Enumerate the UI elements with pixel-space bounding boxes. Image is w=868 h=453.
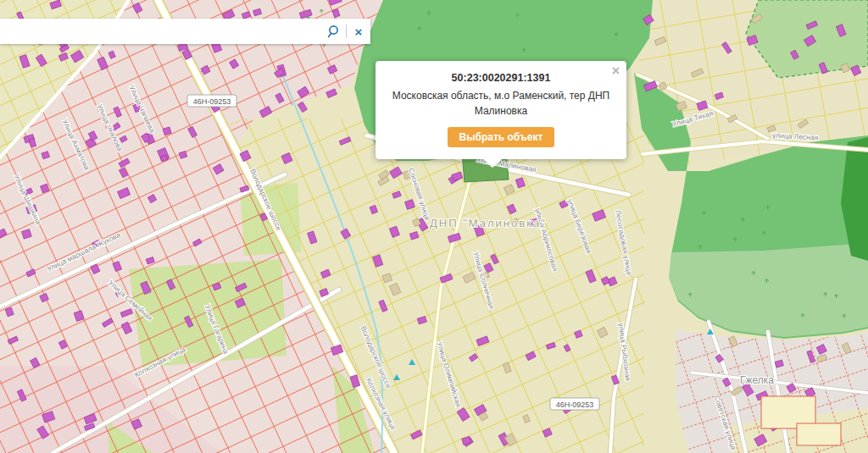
select-object-button[interactable]: Выбрать объект [448, 127, 555, 147]
parcel-info-popup: × 50:23:0020291:1391 Московская область,… [376, 61, 626, 159]
parcel-address: Московская область, м.о Раменский, тер Д… [389, 88, 613, 119]
road-number-label: 46Н-09253 [556, 401, 594, 409]
road-number-label: 46Н-09253 [193, 97, 231, 106]
popup-close-icon[interactable]: × [612, 63, 620, 79]
large-building-shape [797, 423, 841, 445]
search-icon [327, 25, 342, 39]
search-input[interactable] [0, 19, 322, 44]
cadastral-number: 50:23:0020291:1391 [389, 72, 613, 84]
map-place-label: ДНП "Малиновка" [430, 217, 547, 229]
clear-search-button[interactable]: × [347, 19, 370, 44]
map-place-label: Гжелка [740, 374, 774, 386]
map-application: 46Н-0925346Н-09253Улица АхматоваУлица Чк… [0, 0, 868, 453]
search-bar: × [0, 19, 370, 44]
search-button[interactable] [322, 19, 346, 44]
